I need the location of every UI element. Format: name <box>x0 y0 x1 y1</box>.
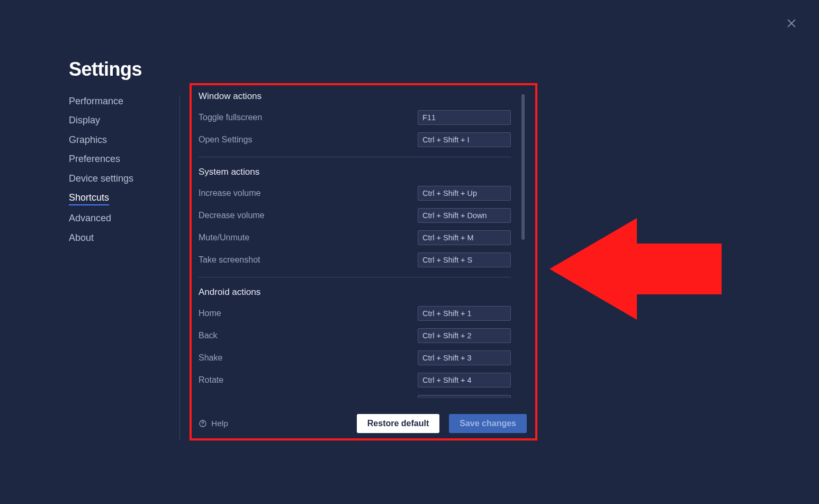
svg-marker-4 <box>550 218 722 320</box>
shortcut-label-home: Home <box>199 309 221 318</box>
shortcut-input-rotate[interactable]: Ctrl + Shift + 4 <box>418 373 511 388</box>
shortcut-label-mute-unmute: Mute/Unmute <box>199 233 249 242</box>
sidebar-item-preferences[interactable]: Preferences <box>69 153 180 165</box>
section-title-window-actions: Window actions <box>199 91 511 102</box>
shortcut-input-back[interactable]: Ctrl + Shift + 2 <box>418 328 511 343</box>
section-android-actions: Android actionsHomeCtrl + Shift + 1BackC… <box>199 287 511 398</box>
shortcut-input-open-settings[interactable]: Ctrl + Shift + I <box>418 132 511 147</box>
help-link[interactable]: Help <box>199 419 228 428</box>
shortcut-row-take-screenshot: Take screenshotCtrl + Shift + S <box>199 253 511 267</box>
scrollbar[interactable] <box>521 94 525 240</box>
section-window-actions: Window actionsToggle fullscreenF11Open S… <box>199 91 511 157</box>
sidebar-item-graphics[interactable]: Graphics <box>69 134 180 146</box>
close-icon <box>786 17 797 29</box>
shortcut-label-back: Back <box>199 331 218 340</box>
section-title-android-actions: Android actions <box>199 287 511 298</box>
help-label: Help <box>211 419 228 428</box>
shortcut-input-decrease-volume[interactable]: Ctrl + Shift + Down <box>418 208 511 223</box>
shortcut-label-rotate: Rotate <box>199 375 223 385</box>
shortcut-row-rotate: RotateCtrl + Shift + 4 <box>199 373 511 388</box>
sidebar-item-display[interactable]: Display <box>69 114 180 127</box>
shortcut-input-mute-unmute[interactable]: Ctrl + Shift + M <box>418 230 511 245</box>
shortcut-row-open-settings: Open SettingsCtrl + Shift + I <box>199 132 511 147</box>
sidebar-item-shortcuts[interactable]: Shortcuts <box>69 192 109 205</box>
shortcut-label-increase-volume: Increase volume <box>199 188 260 198</box>
shortcut-label-shake: Shake <box>199 353 222 363</box>
shortcut-input-take-screenshot[interactable]: Ctrl + Shift + S <box>418 253 511 267</box>
shortcut-row-toggle-fullscreen: Toggle fullscreenF11 <box>199 110 511 125</box>
shortcut-label-decrease-volume: Decrease volume <box>199 211 265 220</box>
section-system-actions: System actionsIncrease volumeCtrl + Shif… <box>199 167 511 277</box>
divider <box>179 95 180 440</box>
settings-sidebar: PerformanceDisplayGraphicsPreferencesDev… <box>69 95 180 244</box>
shortcut-row-mute-unmute: Mute/UnmuteCtrl + Shift + M <box>199 230 511 245</box>
shortcut-input-toggle-fullscreen[interactable]: F11 <box>418 110 511 125</box>
shortcut-label-recent-apps: Recent apps <box>199 398 246 398</box>
shortcut-input-shake[interactable]: Ctrl + Shift + 3 <box>418 350 511 365</box>
shortcut-row-increase-volume: Increase volumeCtrl + Shift + Up <box>199 186 511 201</box>
svg-point-3 <box>202 425 203 426</box>
shortcut-input-recent-apps[interactable]: Ctrl + Shift + 5 <box>418 395 511 398</box>
shortcut-row-back: BackCtrl + Shift + 2 <box>199 328 511 343</box>
shortcut-row-shake: ShakeCtrl + Shift + 3 <box>199 350 511 365</box>
footer: Help Restore default Save changes <box>199 414 527 433</box>
sidebar-item-advanced[interactable]: Advanced <box>69 212 180 224</box>
close-button[interactable] <box>784 16 799 31</box>
shortcut-input-increase-volume[interactable]: Ctrl + Shift + Up <box>418 186 511 201</box>
save-changes-button[interactable]: Save changes <box>449 414 527 433</box>
page-title: Settings <box>69 58 142 80</box>
section-title-system-actions: System actions <box>199 167 511 177</box>
sidebar-item-about[interactable]: About <box>69 232 180 244</box>
shortcut-input-home[interactable]: Ctrl + Shift + 1 <box>418 306 511 321</box>
sidebar-item-device-settings[interactable]: Device settings <box>69 173 180 185</box>
shortcut-row-recent-apps: Recent appsCtrl + Shift + 5 <box>199 395 511 398</box>
annotation-arrow <box>550 218 722 320</box>
shortcut-label-toggle-fullscreen: Toggle fullscreen <box>199 113 262 122</box>
help-icon <box>199 419 207 428</box>
shortcut-label-take-screenshot: Take screenshot <box>199 255 260 265</box>
shortcut-row-home: HomeCtrl + Shift + 1 <box>199 306 511 321</box>
shortcut-label-open-settings: Open Settings <box>199 135 252 145</box>
shortcuts-content: Window actionsToggle fullscreenF11Open S… <box>199 91 524 398</box>
restore-default-button[interactable]: Restore default <box>357 414 439 433</box>
sidebar-item-performance[interactable]: Performance <box>69 95 180 107</box>
shortcut-row-decrease-volume: Decrease volumeCtrl + Shift + Down <box>199 208 511 223</box>
